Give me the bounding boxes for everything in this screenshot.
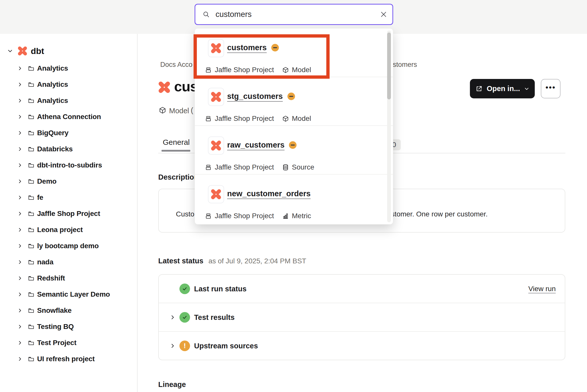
description-heading: Description [158, 173, 199, 181]
sidebar-item[interactable]: Semantic Layer Demo [0, 286, 137, 302]
search-result-name-link[interactable]: stg_customers [227, 92, 283, 101]
chevron-down-icon [7, 48, 13, 54]
folder-icon [28, 178, 35, 185]
folder-icon [28, 259, 35, 266]
status-row-label: Test results [194, 313, 235, 321]
tab-general[interactable]: General [163, 138, 190, 147]
active-tab-underline [162, 150, 190, 152]
search-result-item[interactable]: new_customer_orders Jaffle Shop Project … [195, 175, 393, 223]
folder-icon [28, 97, 35, 104]
dbt-explorer-app: Docs Acco customers customers Model ( Op… [0, 0, 587, 392]
more-options-button[interactable]: ••• [541, 79, 561, 98]
sidebar-item[interactable]: Analytics [0, 93, 137, 109]
search-result-type: Metric [292, 212, 311, 220]
folder-icon [28, 81, 35, 88]
chevron-right-icon[interactable] [17, 340, 23, 346]
status-row[interactable]: Test results [159, 303, 565, 332]
clear-search-button[interactable] [378, 9, 389, 20]
sidebar-item[interactable]: Athena Connection [0, 109, 137, 125]
folder-icon [28, 307, 35, 314]
state-badge-icon [271, 44, 279, 51]
chevron-right-icon[interactable] [17, 82, 23, 87]
folder-icon [28, 307, 35, 314]
sidebar-item[interactable]: UI refresh project [0, 351, 137, 367]
open-in-button[interactable]: Open in... [470, 79, 535, 98]
folder-icon [28, 130, 35, 136]
chevron-right-icon[interactable] [17, 211, 23, 216]
sidebar-item[interactable]: nada [0, 254, 137, 270]
sidebar-item[interactable]: Testing BQ [0, 319, 137, 335]
model-cube-icon [282, 115, 289, 122]
chevron-right-icon[interactable] [17, 146, 23, 152]
chevron-right-icon[interactable] [170, 314, 176, 320]
chevron-right-icon[interactable] [17, 324, 23, 329]
status-row[interactable]: Last run status View run [159, 275, 565, 303]
project-icon [205, 164, 212, 171]
chevron-right-icon [17, 340, 23, 346]
search-input[interactable] [216, 10, 378, 19]
chevron-right-icon[interactable] [17, 195, 23, 200]
chevron-right-icon[interactable] [17, 114, 23, 120]
folder-icon [28, 146, 35, 153]
search-result-item[interactable]: raw_customers Jaffle Shop Project Source [195, 126, 393, 175]
dbt-logo-icon [18, 46, 27, 56]
sidebar-item[interactable]: Jaffle Shop Project [0, 206, 137, 222]
dbt-logo-tile [208, 185, 224, 203]
sidebar-item[interactable]: Redshift [0, 270, 137, 286]
dbt-logo-tile [208, 39, 224, 57]
chevron-right-icon[interactable] [17, 356, 23, 362]
sidebar-item-label: nada [37, 258, 54, 266]
search-result-item[interactable]: customers Jaffle Shop Project Model [195, 29, 393, 77]
chevron-right-icon [17, 66, 23, 71]
sidebar-item[interactable]: Analytics [0, 76, 137, 93]
sidebar-item-label: BigQuery [37, 129, 68, 137]
search-result-item[interactable]: stg_customers Jaffle Shop Project Model [195, 77, 393, 126]
chevron-right-icon[interactable] [17, 66, 23, 71]
chevron-right-icon[interactable] [17, 162, 23, 168]
chevron-right-icon [17, 356, 23, 362]
sidebar-item[interactable]: Test Project [0, 335, 137, 351]
search-result-name-link[interactable]: new_customer_orders [227, 189, 311, 198]
search-result-name-link[interactable]: raw_customers [227, 141, 284, 150]
sidebar-root-dbt[interactable]: dbt [0, 44, 137, 58]
view-run-link[interactable]: View run [528, 285, 556, 293]
project-tree-sidebar: dbt Analytics Analytics Analytics [0, 34, 138, 392]
sidebar-item[interactable]: BigQuery [0, 125, 137, 141]
status-card: Last run status View run Test results ! … [158, 274, 565, 360]
sidebar-item[interactable]: Analytics [0, 60, 137, 76]
folder-icon [28, 114, 35, 120]
sidebar-item[interactable]: Leona project [0, 222, 137, 238]
sidebar-item[interactable]: Demo [0, 173, 137, 189]
chevron-right-icon[interactable] [17, 130, 23, 136]
folder-icon [28, 356, 35, 362]
search-result-project: Jaffle Shop Project [215, 115, 274, 123]
dropdown-scrollbar-thumb[interactable] [387, 33, 391, 99]
status-row-label: Upstream sources [194, 342, 258, 350]
sidebar-item[interactable]: Databricks [0, 141, 137, 157]
success-check-icon [179, 284, 190, 294]
chevron-right-icon [17, 146, 23, 152]
status-row[interactable]: ! Upstream sources [159, 332, 565, 360]
chevron-right-icon[interactable] [17, 227, 23, 233]
sidebar-item[interactable]: dbt-intro-to-subdirs [0, 157, 137, 173]
chevron-right-icon[interactable] [17, 98, 23, 103]
chevron-down-icon[interactable] [7, 48, 13, 54]
external-link-icon [475, 85, 483, 93]
chevron-right-icon[interactable] [17, 259, 23, 265]
chevron-right-icon[interactable] [17, 308, 23, 313]
sidebar-item-label: Databricks [37, 145, 73, 153]
search-result-name-link[interactable]: customers [227, 43, 267, 52]
sidebar-item[interactable]: Snowflake [0, 302, 137, 319]
chevron-right-icon[interactable] [17, 275, 23, 281]
search-box[interactable] [195, 4, 393, 25]
chevron-right-icon[interactable] [17, 243, 23, 249]
sidebar-item[interactable]: ly bootcamp demo [0, 238, 137, 254]
sidebar-item[interactable]: fe [0, 189, 137, 206]
chevron-right-icon[interactable] [170, 343, 176, 349]
search-result-type: Model [292, 115, 311, 123]
lineage-heading: Lineage [158, 380, 186, 389]
warning-exclamation-icon: ! [179, 341, 190, 351]
chevron-right-icon[interactable] [17, 292, 23, 297]
chevron-right-icon[interactable] [17, 179, 23, 184]
folder-icon [28, 65, 35, 72]
